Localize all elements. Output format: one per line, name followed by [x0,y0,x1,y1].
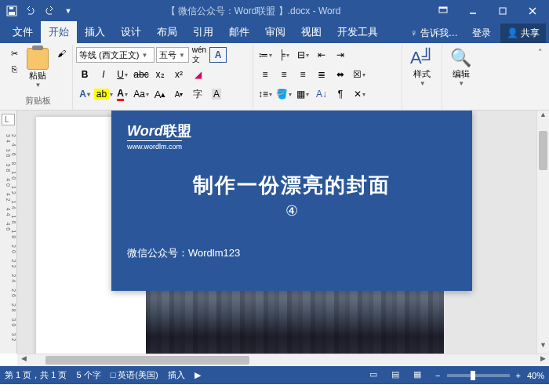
superscript-button[interactable]: x² [170,67,187,82]
format-painter-icon[interactable]: 🖌 [53,46,69,60]
decrease-indent-icon[interactable]: ⇤ [313,47,330,63]
highlight-icon[interactable]: ab▾ [95,86,112,102]
enclose-char-icon[interactable]: 字 [189,86,206,102]
snap-grid-icon[interactable]: ☒▾ [351,67,368,82]
vertical-ruler[interactable]: L 2 4 6 8 10 12 14 16 18 20 22 24 26 28 … [0,111,17,354]
italic-button[interactable]: I [95,67,112,82]
macro-icon[interactable]: ▶ [195,370,201,380]
text-effects-icon[interactable]: A▾ [76,86,93,102]
tab-review[interactable]: 审阅 [257,21,293,43]
bold-button[interactable]: B [76,67,93,82]
font-size-combo[interactable]: 五号▼ [156,47,189,63]
align-left-icon[interactable]: ≡ [256,67,274,82]
change-case-icon[interactable]: Aa▾ [133,86,150,102]
tab-selector[interactable]: L [2,114,15,125]
show-marks-icon[interactable]: ¶ [332,86,349,102]
window-title: 【 微信公众号：Word联盟 】.docx - Word [77,5,430,18]
align-center-icon[interactable]: ≡ [275,67,293,82]
hscroll-thumb[interactable] [45,356,249,365]
qat-customize-icon[interactable]: ▼ [60,2,77,20]
ribbon-options-icon[interactable] [430,2,456,20]
tab-references[interactable]: 引用 [185,21,221,43]
status-bar: 第 1 页，共 1 页 5 个字 □ 英语(美国) 插入 ▶ ▭ ▤ ▦ − +… [0,366,549,384]
align-right-icon[interactable]: ≡ [294,67,311,82]
login-button[interactable]: 登录 [467,24,496,43]
city-image[interactable] [146,289,444,354]
cover-subtitle: 微信公众号：Wordlm123 [127,246,456,260]
read-mode-icon[interactable]: ▭ [369,369,385,382]
phonetic-guide-icon[interactable]: wén文 [191,47,208,63]
sort-icon[interactable]: A↓ [313,86,330,102]
tab-home[interactable]: 开始 [41,21,77,43]
line-spacing-icon[interactable]: ↕≡▾ [256,86,274,102]
maximize-icon[interactable] [489,2,516,20]
word-count[interactable]: 5 个字 [76,369,100,381]
vscroll-thumb[interactable] [539,131,547,170]
grow-font-icon[interactable]: A▴ [151,86,169,102]
shading-icon[interactable]: 🪣▾ [275,86,293,102]
web-layout-icon[interactable]: ▦ [413,369,429,382]
paste-button[interactable]: 粘贴 ▼ [24,46,52,93]
bullets-icon[interactable]: ≔▾ [256,47,274,63]
tab-view[interactable]: 视图 [293,21,329,43]
borders-icon[interactable]: ▦▾ [294,86,311,102]
undo-icon[interactable] [22,2,39,20]
scroll-left-icon[interactable]: ◀ [17,354,30,366]
print-layout-icon[interactable]: ▤ [391,369,407,382]
horizontal-scrollbar[interactable]: ◀ ▶ [17,354,549,366]
font-color-icon[interactable]: A▾ [114,86,131,102]
asian-layout-icon[interactable]: ✕▾ [351,86,368,102]
multilevel-icon[interactable]: ⊟▾ [294,47,311,63]
logo-cn: 联盟 [163,123,191,139]
scroll-up-icon[interactable]: ▲ [537,111,549,123]
cut-icon[interactable]: ✂ [6,46,22,60]
distribute-icon[interactable]: ⬌ [332,67,349,82]
numbering-icon[interactable]: ╞▾ [275,47,293,63]
insert-mode[interactable]: 插入 [168,369,185,381]
clear-format-icon[interactable]: ◢ [189,67,206,82]
svg-rect-2 [9,7,13,9]
font-name-combo[interactable]: 等线 (西文正文)▼ [76,47,155,63]
scroll-right-icon[interactable]: ▶ [536,354,549,366]
close-icon[interactable] [519,2,546,20]
redo-icon[interactable] [41,2,58,20]
cover-headline: 制作一份漂亮的封面 [127,172,456,199]
tab-design[interactable]: 设计 [113,21,149,43]
save-icon[interactable] [3,2,20,20]
tab-layout[interactable]: 布局 [149,21,185,43]
styles-label: 样式 [413,68,431,80]
editing-button[interactable]: 🔍 编辑 ▼ [445,46,476,108]
tab-mailings[interactable]: 邮件 [221,21,257,43]
tab-developer[interactable]: 开发工具 [329,21,386,43]
underline-button[interactable]: U▾ [114,67,131,82]
language-status[interactable]: □ 英语(美国) [111,369,158,381]
minimize-icon[interactable] [460,2,486,20]
share-button[interactable]: 👤 共享 [500,24,546,43]
paste-icon [27,48,49,70]
collapse-ribbon-icon[interactable]: ˄ [535,45,546,110]
char-shading-icon[interactable]: A [208,86,225,102]
character-border-icon[interactable]: A [209,47,227,63]
tab-insert[interactable]: 插入 [77,21,113,43]
tell-me[interactable]: ♀ 告诉我… [405,24,462,43]
zoom-value[interactable]: 40% [527,371,544,380]
vscroll-track[interactable] [537,123,549,341]
vertical-scrollbar[interactable]: ▲ ▼ [536,111,549,354]
canvas[interactable]: Word联盟 www.wordlm.com 制作一份漂亮的封面 ④ 微信公众号：… [17,111,536,354]
tab-file[interactable]: 文件 [5,21,41,43]
styles-button[interactable]: A╝ 样式 ▼ [405,46,438,108]
zoom-in-icon[interactable]: + [516,371,521,380]
zoom-slider[interactable] [447,374,510,377]
zoom-out-icon[interactable]: − [435,371,440,380]
scroll-down-icon[interactable]: ▼ [537,341,549,354]
page-status[interactable]: 第 1 页，共 1 页 [5,369,67,381]
subscript-button[interactable]: x₂ [151,67,169,82]
zoom-handle[interactable] [471,371,475,380]
justify-icon[interactable]: ≣ [313,67,330,82]
shrink-font-icon[interactable]: A▾ [170,86,187,102]
increase-indent-icon[interactable]: ⇥ [332,47,349,63]
cover-overlay[interactable]: Word联盟 www.wordlm.com 制作一份漂亮的封面 ④ 微信公众号：… [111,111,472,291]
hscroll-track[interactable] [30,354,536,366]
copy-icon[interactable]: ⎘ [6,62,22,76]
strikethrough-button[interactable]: abc [133,67,150,82]
